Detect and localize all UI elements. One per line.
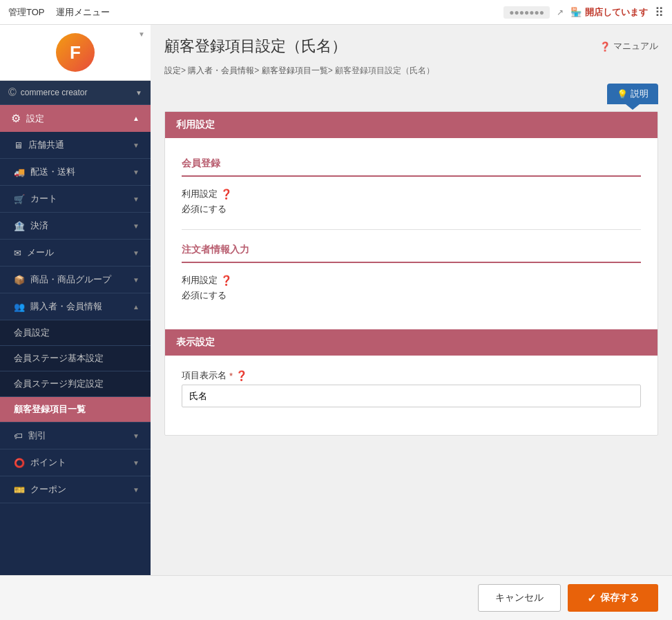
sidebar-item-cart[interactable]: 🛒 カート ▼ — [0, 186, 151, 213]
order-info-label-text: 利用設定 — [182, 274, 218, 287]
sidebar-logo-area: F ▼ — [0, 25, 151, 81]
operation-menu-link[interactable]: 運用メニュー — [56, 6, 110, 19]
products-label: 商品・商品グループ — [30, 273, 111, 286]
main-layout: F ▼ © commerce creator ▼ ⚙ 設定 ▲ 🖥 店舗共通 ▼… — [0, 25, 672, 575]
sidebar-item-delivery[interactable]: 🚚 配送・送料 ▼ — [0, 159, 151, 186]
store-icon: 🏪 — [570, 7, 582, 17]
sidebar-item-coupon[interactable]: 🎫 クーポン ▼ — [0, 476, 151, 503]
points-icon: ⭕ — [14, 458, 25, 468]
discount-chevron: ▼ — [133, 432, 140, 440]
spacer — [151, 449, 672, 575]
section2-body: 項目表示名 * ❓ — [165, 356, 657, 435]
help-label: マニュアル — [613, 40, 658, 52]
member-registration-title: 会員登録 — [182, 157, 641, 177]
member-stage-basic-label: 会員ステージ基本設定 — [14, 353, 104, 363]
admin-top-link[interactable]: 管理TOP — [8, 6, 45, 19]
logo-circle: F — [56, 33, 95, 72]
store-common-label: 店舗共通 — [28, 139, 64, 151]
buyers-icon: 👥 — [14, 302, 25, 312]
lightbulb-icon: 💡 — [617, 89, 628, 99]
settings-section-header[interactable]: ⚙ 設定 ▲ — [0, 105, 151, 132]
discount-label: 割引 — [28, 429, 46, 442]
store-status-link[interactable]: 開店しています — [585, 6, 648, 19]
order-info-field-value: 必須にする — [182, 289, 641, 302]
buyers-label: 購入者・会員情報 — [30, 300, 102, 313]
item-name-info-icon[interactable]: ❓ — [236, 370, 247, 381]
member-registration-field-group: 利用設定 ❓ 必須にする — [182, 188, 641, 215]
order-info-field-label: 利用設定 ❓ — [182, 274, 641, 287]
explanation-triangle — [626, 104, 640, 110]
order-info-info-icon[interactable]: ❓ — [220, 275, 232, 286]
member-registration-field-value: 必須にする — [182, 203, 641, 215]
explanation-wrapper: 💡 説明 — [151, 84, 672, 111]
item-name-label-text: 項目表示名 — [182, 369, 227, 382]
save-button[interactable]: ✓ 保存する — [568, 584, 658, 612]
payment-chevron: ▼ — [133, 222, 140, 230]
item-name-field-group: 項目表示名 * ❓ — [182, 369, 641, 407]
order-info-title: 注文者情報入力 — [182, 244, 641, 263]
coupon-icon: 🎫 — [14, 485, 25, 495]
buyers-chevron: ▲ — [133, 303, 140, 311]
cart-label: カート — [30, 193, 57, 205]
divider1 — [182, 229, 641, 230]
sidebar-sub-item-customer-list[interactable]: 顧客登録項目一覧 — [0, 397, 151, 423]
action-bar: キャンセル ✓ 保存する — [0, 575, 672, 620]
form-container: 利用設定 会員登録 利用設定 ❓ 必須にする 注文者情報入力 — [164, 111, 658, 436]
member-stage-judge-label: 会員ステージ判定設定 — [14, 378, 104, 389]
delivery-chevron: ▼ — [133, 168, 140, 176]
help-icon: ❓ — [599, 41, 611, 52]
points-chevron: ▼ — [133, 459, 140, 467]
sidebar-item-products[interactable]: 📦 商品・商品グループ ▼ — [0, 267, 151, 293]
payment-icon: 🏦 — [14, 221, 25, 231]
member-registration-info-icon[interactable]: ❓ — [220, 188, 232, 200]
sidebar-sub-item-member-stage-basic[interactable]: 会員ステージ基本設定 — [0, 346, 151, 371]
order-info-field-group: 利用設定 ❓ 必須にする — [182, 274, 641, 302]
sidebar-item-points[interactable]: ⭕ ポイント ▼ — [0, 449, 151, 476]
explanation-btn-container: 💡 説明 — [607, 84, 658, 110]
customer-list-label: 顧客登録項目一覧 — [14, 404, 86, 414]
section2-header: 表示設定 — [165, 329, 657, 356]
breadcrumb-settings[interactable]: 設定 — [164, 66, 181, 75]
top-nav-links: 管理TOP 運用メニュー — [8, 6, 110, 19]
store-common-icon: 🖥 — [14, 140, 23, 151]
sidebar-item-payment[interactable]: 🏦 決済 ▼ — [0, 213, 151, 240]
explanation-label: 説明 — [631, 88, 649, 100]
section1-header: 利用設定 — [165, 112, 657, 138]
save-check-icon: ✓ — [587, 592, 596, 605]
page-header: 顧客登録項目設定（氏名） ❓ マニュアル — [151, 25, 672, 62]
points-label: ポイント — [30, 456, 66, 469]
sidebar-brand: © commerce creator ▼ — [0, 81, 151, 105]
top-navigation: 管理TOP 運用メニュー ●●●●●●● ↗ 🏪 開店しています ⠿ — [0, 0, 672, 25]
cancel-button[interactable]: キャンセル — [478, 584, 561, 612]
item-name-label: 項目表示名 * ❓ — [182, 369, 641, 382]
sidebar-item-discount[interactable]: 🏷 割引 ▼ — [0, 423, 151, 449]
section1-body: 会員登録 利用設定 ❓ 必須にする 注文者情報入力 利用設定 ❓ — [165, 138, 657, 329]
sidebar-item-buyers[interactable]: 👥 購入者・会員情報 ▲ — [0, 293, 151, 320]
delivery-icon: 🚚 — [14, 167, 25, 177]
sidebar-item-mail[interactable]: ✉ メール ▼ — [0, 240, 151, 267]
save-label: 保存する — [600, 592, 639, 604]
payment-label: 決済 — [30, 220, 48, 232]
help-manual-link[interactable]: ❓ マニュアル — [599, 40, 658, 52]
sidebar-sub-item-member-stage-judge[interactable]: 会員ステージ判定設定 — [0, 371, 151, 397]
top-nav-right: ●●●●●●● ↗ 🏪 開店しています ⠿ — [503, 5, 664, 20]
external-link-icon: ↗ — [557, 8, 564, 17]
breadcrumb-current: 顧客登録項目設定（氏名） — [335, 66, 434, 75]
member-registration-field-label: 利用設定 ❓ — [182, 188, 641, 200]
breadcrumb-customer-list[interactable]: 顧客登録項目一覧 — [262, 66, 328, 75]
mail-icon: ✉ — [14, 248, 21, 258]
breadcrumb-buyers[interactable]: 購入者・会員情報 — [188, 66, 254, 75]
sidebar: F ▼ © commerce creator ▼ ⚙ 設定 ▲ 🖥 店舗共通 ▼… — [0, 25, 151, 575]
item-name-input[interactable] — [182, 385, 641, 407]
breadcrumb: 設定> 購入者・会員情報> 顧客登録項目一覧> 顧客登録項目設定（氏名） — [151, 62, 672, 84]
brand-icon: © — [8, 86, 17, 99]
sidebar-sub-item-member-settings[interactable]: 会員設定 — [0, 320, 151, 346]
required-star: * — [229, 371, 233, 381]
settings-icon: ⚙ — [11, 112, 21, 125]
sidebar-item-store-common[interactable]: 🖥 店舗共通 ▼ — [0, 132, 151, 159]
explanation-button[interactable]: 💡 説明 — [607, 84, 658, 104]
brand-name: commerce creator — [21, 88, 88, 97]
grid-menu-icon[interactable]: ⠿ — [655, 5, 664, 20]
cart-chevron: ▼ — [133, 195, 140, 203]
delivery-label: 配送・送料 — [30, 166, 75, 178]
